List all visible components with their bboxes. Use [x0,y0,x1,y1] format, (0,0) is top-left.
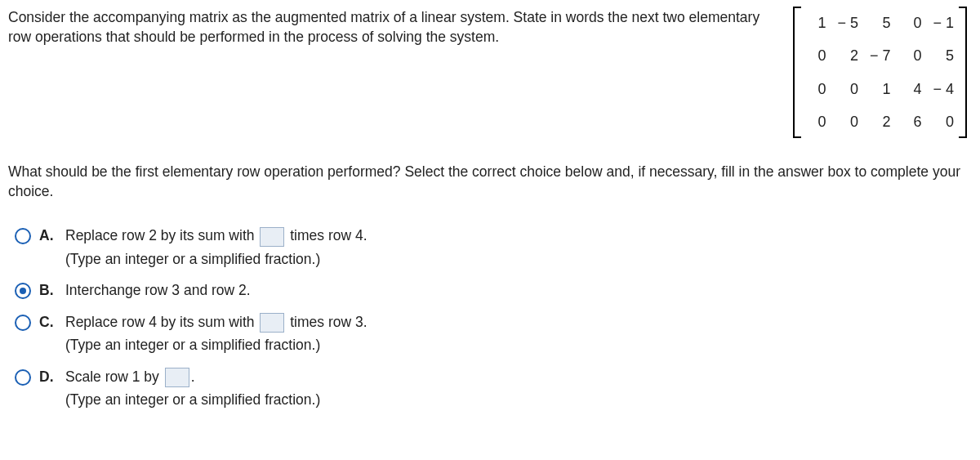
choice-a-pre: Replace row 2 by its sum with [65,227,258,243]
matrix-left-bracket [793,7,801,138]
problem-intro: Consider the accompanying matrix as the … [8,7,768,47]
choice-b-text: Interchange row 3 and row 2. [65,282,251,298]
choice-b[interactable]: B. Interchange row 3 and row 2. [15,280,972,301]
choice-body-c: Replace row 4 by its sum with times row … [65,312,368,355]
answer-choices: A. Replace row 2 by its sum with times r… [8,226,972,410]
m-r4c3: 2 [870,112,891,132]
radio-d[interactable] [15,369,31,386]
m-r3c3: 1 [870,79,891,99]
choice-a-hint: (Type an integer or a simplified fractio… [65,250,368,270]
radio-b[interactable] [15,283,31,299]
m-r3c1: 0 [806,79,826,99]
m-r2c2: 2 [837,46,858,65]
choice-body-b: Interchange row 3 and row 2. [65,280,251,301]
matrix-grid: 1 − 5 5 0 − 1 0 2 − 7 0 5 0 0 1 4 − 4 0 … [801,7,959,138]
m-r4c5: 0 [933,112,954,132]
radio-c[interactable] [15,315,31,331]
choice-letter-b: B. [39,280,56,301]
choice-a-post: times row 4. [286,227,367,243]
choice-letter-a: A. [39,226,56,246]
choice-c-input[interactable] [260,313,284,333]
m-r2c5: 5 [933,46,954,65]
m-r4c2: 0 [837,112,858,132]
choice-letter-c: C. [39,312,56,333]
m-r3c5: − 4 [933,79,954,99]
m-r1c1: 1 [806,13,826,33]
m-r2c3: − 7 [870,46,891,65]
m-r4c1: 0 [806,112,826,132]
m-r2c4: 0 [902,46,921,65]
choice-body-a: Replace row 2 by its sum with times row … [65,226,368,269]
m-r1c3: 5 [870,13,891,33]
m-r4c4: 6 [902,112,921,132]
choice-d-input[interactable] [165,368,189,387]
radio-a[interactable] [15,228,31,244]
choice-d-hint: (Type an integer or a simplified fractio… [65,391,320,410]
choice-d[interactable]: D. Scale row 1 by . (Type an integer or … [15,367,972,410]
m-r1c4: 0 [902,13,921,33]
question-prompt: What should be the first elementary row … [8,163,972,201]
m-r1c5: − 1 [933,13,954,33]
choice-d-post: . [191,368,195,385]
matrix-right-bracket [959,7,967,138]
choice-body-d: Scale row 1 by . (Type an integer or a s… [65,367,320,410]
choice-d-pre: Scale row 1 by [65,368,163,385]
m-r1c2: − 5 [837,13,858,33]
choice-c-pre: Replace row 4 by its sum with [65,314,258,330]
choice-a[interactable]: A. Replace row 2 by its sum with times r… [15,226,972,269]
choice-a-input[interactable] [260,227,284,247]
m-r3c2: 0 [837,79,858,99]
choice-letter-d: D. [39,367,56,387]
m-r3c4: 4 [902,79,921,99]
choice-c-post: times row 3. [286,314,367,330]
augmented-matrix: 1 − 5 5 0 − 1 0 2 − 7 0 5 0 0 1 4 − 4 0 … [793,7,972,138]
m-r2c1: 0 [806,46,826,65]
choice-c[interactable]: C. Replace row 4 by its sum with times r… [15,312,972,355]
choice-c-hint: (Type an integer or a simplified fractio… [65,336,368,355]
